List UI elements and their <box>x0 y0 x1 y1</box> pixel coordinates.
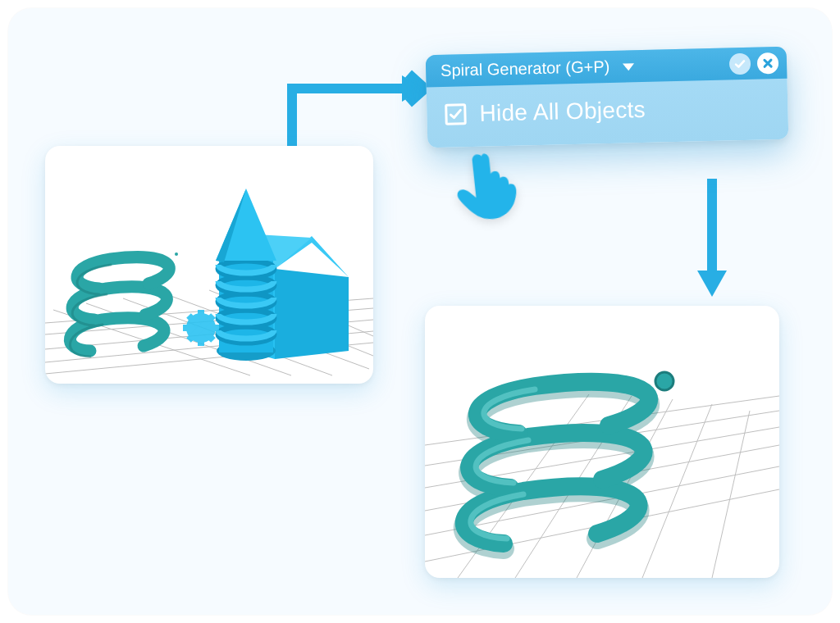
close-button[interactable] <box>757 52 779 74</box>
svg-point-32 <box>175 252 178 256</box>
spiral-shape-icon <box>70 252 178 351</box>
svg-marker-14 <box>275 269 349 359</box>
screw-shape-icon <box>216 189 276 361</box>
scene-after-tile <box>425 306 779 578</box>
spiral-generator-dialog: Spiral Generator (G+P) Hide All Objects <box>426 47 789 148</box>
arrow-to-dialog <box>279 72 443 154</box>
confirm-button[interactable] <box>729 52 751 75</box>
diagram-canvas: Spiral Generator (G+P) Hide All Objects <box>8 8 832 615</box>
svg-point-45 <box>655 372 673 390</box>
gear-shape-icon <box>183 310 219 346</box>
hide-all-objects-label: Hide All Objects <box>479 97 646 127</box>
arrow-to-result <box>687 179 737 302</box>
dialog-body: Hide All Objects <box>427 79 789 148</box>
scene-before-tile <box>45 146 373 384</box>
chevron-down-icon <box>623 63 634 70</box>
svg-marker-2 <box>697 271 727 297</box>
dialog-title: Spiral Generator (G+P) <box>441 57 610 80</box>
hide-all-objects-checkbox[interactable] <box>445 103 467 125</box>
pointing-hand-icon <box>448 144 529 225</box>
